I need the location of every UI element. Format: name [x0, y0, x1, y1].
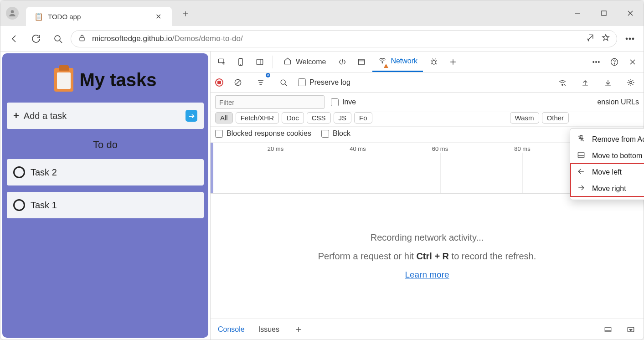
url-path: /Demos/demo-to-do/ — [172, 34, 243, 43]
addressbar[interactable]: microsoftedge.github.io/Demos/demo-to-do… — [71, 30, 617, 47]
pill-css[interactable]: CSS — [307, 112, 331, 124]
tab-close-button[interactable]: ✕ — [153, 11, 164, 22]
arrow-right-icon — [577, 183, 586, 194]
devtools-drawer: Console Issues — [211, 319, 644, 340]
svg-point-19 — [432, 60, 436, 64]
maximize-button[interactable] — [591, 3, 617, 24]
task-item[interactable]: Task 2 — [7, 159, 204, 185]
invert-checkbox[interactable]: Inve — [331, 98, 356, 106]
search-button[interactable] — [49, 30, 67, 48]
app-title: My tasks — [80, 70, 157, 90]
minimize-button[interactable] — [564, 3, 591, 24]
preserve-log-checkbox[interactable]: Preserve log — [298, 78, 350, 87]
back-button[interactable] — [5, 30, 23, 48]
ctx-label: Move left — [592, 168, 622, 176]
pill-doc[interactable]: Doc — [282, 112, 304, 124]
submit-task-icon[interactable]: ➔ — [185, 110, 197, 122]
timeline-handle-left[interactable] — [211, 143, 213, 193]
learn-more-link[interactable]: Learn more — [405, 270, 449, 280]
drawer-more-button[interactable] — [290, 321, 307, 338]
tab-title: TODO app — [48, 13, 148, 21]
blocked-requests-checkbox[interactable]: Block — [321, 129, 350, 138]
pill-fetch-xhr[interactable]: Fetch/XHR — [236, 112, 279, 124]
network-conditions-button[interactable] — [554, 74, 571, 91]
ctx-move-right[interactable]: Move right — [570, 180, 644, 197]
ctx-remove-from-activity-bar[interactable]: Remove from Activity Bar — [570, 131, 644, 148]
home-icon — [283, 57, 292, 67]
ctx-move-to-bottom[interactable]: Move to bottom Quick View — [570, 148, 644, 164]
tab-sources[interactable] — [353, 54, 370, 70]
add-task-label: Add a task — [24, 111, 181, 121]
preserve-log-label: Preserve log — [309, 78, 350, 87]
lock-icon — [77, 33, 87, 44]
invert-label: Inve — [342, 98, 356, 106]
clear-button[interactable] — [230, 74, 246, 91]
extension-urls-label-fragment: ension URLs — [597, 98, 639, 106]
hint-text: Perform a request or hit Ctrl + R to rec… — [318, 251, 536, 262]
network-empty-state: Recording network activity... Perform a … — [211, 194, 644, 319]
filter-input[interactable] — [215, 95, 325, 109]
inspect-element-button[interactable] — [213, 54, 230, 70]
import-har-button[interactable] — [577, 74, 593, 91]
pill-js[interactable]: JS — [334, 112, 352, 124]
favorite-button[interactable] — [601, 33, 610, 44]
task-checkbox[interactable] — [13, 166, 25, 178]
svg-point-23 — [596, 61, 597, 62]
tab-welcome[interactable]: Welcome — [278, 52, 331, 72]
pill-all[interactable]: All — [215, 112, 233, 124]
task-label: Task 2 — [31, 167, 57, 178]
export-har-button[interactable] — [600, 74, 616, 91]
url-text: microsoftedge.github.io/Demos/demo-to-do… — [92, 34, 243, 43]
profile-avatar-button[interactable] — [6, 7, 19, 20]
pill-other[interactable]: Other — [542, 112, 569, 124]
tab-bug-icon[interactable] — [426, 54, 442, 70]
filter-toggle-button[interactable]: ✕ — [252, 74, 269, 91]
settings-more-button[interactable] — [621, 30, 639, 48]
tab-network[interactable]: Network — [372, 52, 423, 72]
tab-elements[interactable] — [334, 54, 350, 70]
drawer-expand-button[interactable] — [623, 321, 639, 338]
svg-point-37 — [630, 81, 632, 83]
dock-bottom-icon — [577, 150, 586, 161]
drawer-dock-button[interactable] — [600, 321, 616, 338]
search-network-button[interactable] — [275, 74, 292, 91]
browser-tab[interactable]: 📋 TODO app ✕ — [26, 7, 172, 26]
ctx-label: Move to bottom Quick View — [592, 152, 644, 160]
more-tabs-button[interactable] — [445, 54, 461, 70]
arrow-left-icon — [577, 167, 586, 178]
ctx-move-left[interactable]: Move left — [570, 164, 644, 180]
svg-point-5 — [55, 36, 60, 41]
timeline-tick: 60 ms — [432, 145, 448, 152]
read-aloud-button[interactable] — [586, 33, 595, 44]
close-window-button[interactable] — [617, 3, 644, 24]
drawer-tab-console[interactable]: Console — [215, 324, 247, 335]
svg-rect-11 — [218, 59, 224, 62]
help-button[interactable] — [606, 54, 623, 70]
add-task-button[interactable]: + Add a task ➔ — [7, 103, 204, 129]
devtools-activity-bar: Welcome Network — [211, 52, 644, 72]
pill-wasm[interactable]: Wasm — [510, 112, 539, 124]
plus-icon: + — [13, 110, 19, 122]
close-devtools-button[interactable] — [624, 54, 641, 70]
new-tab-button[interactable]: ＋ — [176, 4, 195, 22]
record-button[interactable] — [215, 78, 223, 87]
svg-line-35 — [285, 84, 287, 86]
refresh-button[interactable] — [27, 30, 45, 48]
devtools-panel: Welcome Network ✕ — [210, 52, 644, 340]
tab-favicon-icon: 📋 — [34, 12, 43, 21]
svg-line-30 — [236, 80, 240, 84]
todo-app-panel: My tasks + Add a task ➔ To do Task 2 Tas… — [2, 53, 208, 338]
pill-font[interactable]: Fo — [354, 112, 372, 124]
device-emulation-button[interactable] — [232, 54, 249, 70]
svg-rect-40 — [605, 327, 611, 332]
browser-window: 📋 TODO app ✕ ＋ microsoftedge.github.io/D… — [0, 0, 644, 340]
network-settings-button[interactable] — [623, 74, 639, 91]
drawer-tab-issues[interactable]: Issues — [256, 324, 282, 335]
task-item[interactable]: Task 1 — [7, 192, 204, 218]
svg-point-26 — [614, 63, 614, 64]
dock-side-button[interactable] — [252, 54, 268, 70]
task-checkbox[interactable] — [13, 199, 25, 211]
devtools-more-button[interactable] — [588, 54, 604, 70]
blocked-cookies-checkbox[interactable]: Blocked response cookies — [215, 129, 311, 138]
svg-point-24 — [598, 61, 600, 62]
